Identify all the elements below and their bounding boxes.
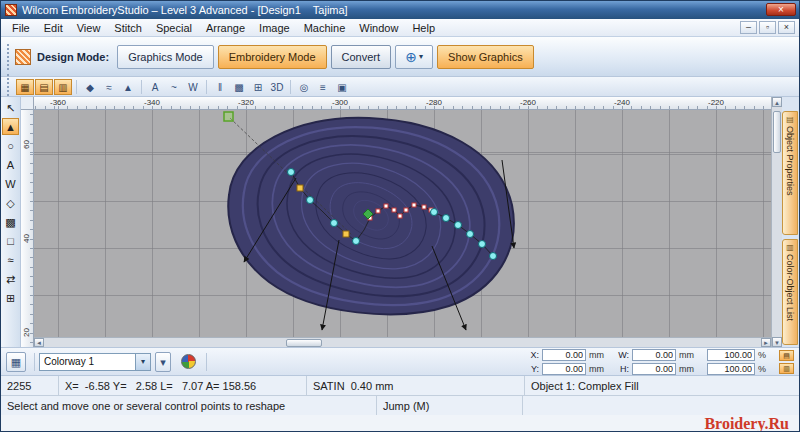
vertical-ruler: 60 40 20	[21, 110, 34, 347]
toolbar-separator	[206, 353, 207, 371]
outline-tool[interactable]: □	[2, 232, 19, 249]
footer-strip: Broidery.Ru	[1, 415, 799, 432]
mdi-window-controls: – ▫ ×	[740, 21, 799, 34]
tab-color-object-list[interactable]: ▥ Color-Object List	[782, 239, 798, 345]
x-unit: mm	[589, 350, 605, 360]
3d-view-icon[interactable]: 3D	[268, 79, 286, 95]
status-bar: 2255 X= -6.58 Y= 2.58 L= 7.07 A= 158.56 …	[1, 375, 799, 395]
triple-run-icon[interactable]: ▲	[119, 79, 137, 95]
toolbar-separator	[141, 80, 142, 94]
pattern-stamp-icon[interactable]: ▩	[230, 79, 248, 95]
x-label: X:	[527, 350, 539, 360]
width-field[interactable]	[632, 349, 676, 361]
scale-y-field[interactable]	[707, 363, 755, 375]
mixing-palette-icon[interactable]	[181, 354, 196, 369]
y-field[interactable]	[542, 363, 586, 375]
selection-handle[interactable]	[224, 112, 233, 121]
tab-label: Color-Object List	[785, 254, 795, 321]
tab-object-properties[interactable]: ▤ Object Properties	[782, 111, 798, 235]
run-tool[interactable]: ≈	[2, 251, 19, 268]
lettering-icon[interactable]: A	[146, 79, 164, 95]
scroll-left-icon[interactable]: ◄	[34, 338, 44, 347]
run-stitch-icon[interactable]: ≈	[100, 79, 118, 95]
mdi-close-button[interactable]: ×	[778, 21, 795, 34]
satin-fill-icon[interactable]: ▤	[35, 79, 53, 95]
design-view-icon[interactable]: ▣	[333, 79, 351, 95]
column-stitch-icon[interactable]: ‖	[211, 79, 229, 95]
complex-fill-tool[interactable]: ▩	[2, 213, 19, 230]
target-view-icon[interactable]: ◎	[295, 79, 313, 95]
scale-y-unit: %	[758, 364, 774, 374]
mdi-minimize-button[interactable]: –	[740, 21, 757, 34]
hint-text: Select and move one or several control p…	[1, 396, 377, 415]
hoop-globe-button[interactable]: ⊕ ▾	[395, 45, 433, 69]
graphics-mode-button[interactable]: Graphics Mode	[117, 45, 214, 69]
shapes-tool[interactable]: ◇	[2, 194, 19, 211]
ruler-label: -320	[238, 98, 254, 107]
menu-view[interactable]: View	[70, 21, 108, 35]
grid-view-icon[interactable]: ⊞	[249, 79, 267, 95]
chevron-down-icon: ▾	[419, 52, 423, 61]
ruler-label: -360	[50, 98, 66, 107]
width-label: W:	[617, 350, 629, 360]
globe-icon: ⊕	[405, 50, 417, 64]
panel-toggle-top[interactable]: ▤	[779, 350, 794, 361]
horizontal-scrollbar[interactable]: ◄ ►	[34, 337, 771, 347]
menu-help[interactable]: Help	[405, 21, 442, 35]
stitch-pattern-icon	[15, 49, 31, 65]
ruler-label: -260	[520, 98, 536, 107]
grid-tool[interactable]: ⊞	[2, 289, 19, 306]
toolbar-grip	[7, 44, 10, 70]
toolbar-grip	[7, 74, 10, 100]
menu-machine[interactable]: Machine	[297, 21, 353, 35]
monogram-tool[interactable]: W	[2, 175, 19, 192]
menu-special[interactable]: Special	[149, 21, 199, 35]
menu-image[interactable]: Image	[252, 21, 297, 35]
show-graphics-button[interactable]: Show Graphics	[437, 45, 534, 69]
panel-toggle-bottom[interactable]: ▥	[779, 363, 794, 374]
backstitch-icon[interactable]: ~	[165, 79, 183, 95]
convert-button[interactable]: Convert	[331, 45, 392, 69]
lettering-tool[interactable]: A	[2, 156, 19, 173]
title-bar[interactable]: Wilcom EmbroideryStudio – Level 3 Advanc…	[1, 1, 799, 19]
ruler-label: 40	[22, 234, 31, 243]
list-view-icon[interactable]: ≡	[314, 79, 332, 95]
menu-edit[interactable]: Edit	[37, 21, 70, 35]
stitch-toolbar: ▦ ▤ ▥ ◆ ≈ ▲ A ~ W ‖ ▩ ⊞ 3D ◎ ≡ ▣	[1, 77, 799, 97]
colorway-menu-button[interactable]: ▾	[155, 352, 171, 372]
vertical-scrollbar[interactable]: ▲ ▼	[771, 97, 782, 347]
contour-fill-icon[interactable]: ◆	[81, 79, 99, 95]
colorway-select[interactable]: Colorway 1 ▾	[39, 353, 151, 371]
menu-window[interactable]: Window	[352, 21, 405, 35]
height-field[interactable]	[632, 363, 676, 375]
embroidery-mode-button[interactable]: Embroidery Mode	[218, 45, 327, 69]
tatami-fill-icon[interactable]: ▦	[16, 79, 34, 95]
reshape-tool[interactable]: ▲	[2, 118, 19, 135]
menu-file[interactable]: File	[5, 21, 37, 35]
scale-x-field[interactable]	[707, 349, 755, 361]
menu-arrange[interactable]: Arrange	[199, 21, 252, 35]
scroll-right-icon[interactable]: ►	[761, 338, 771, 347]
chevron-down-icon[interactable]: ▾	[135, 354, 150, 370]
x-field[interactable]	[542, 349, 586, 361]
mirror-merge-tool[interactable]: ⇄	[2, 270, 19, 287]
close-button[interactable]: ×	[766, 3, 796, 16]
menu-stitch[interactable]: Stitch	[107, 21, 149, 35]
thread-colors-button[interactable]: ▦	[6, 352, 26, 372]
mdi-restore-button[interactable]: ▫	[759, 21, 776, 34]
monogram-icon[interactable]: W	[184, 79, 202, 95]
window-title: Wilcom EmbroideryStudio – Level 3 Advanc…	[22, 4, 348, 16]
select-tool[interactable]: ↖	[2, 99, 19, 116]
motif-fill-icon[interactable]: ▥	[54, 79, 72, 95]
panel-toggle-buttons: ▤ ▥	[779, 350, 794, 374]
design-canvas[interactable]: ◄ ►	[34, 110, 771, 347]
horizontal-scroll-thumb[interactable]	[286, 339, 322, 347]
height-label: H:	[617, 364, 629, 374]
ruler-corner	[21, 97, 34, 110]
machine-function: Jump (M)	[377, 396, 523, 415]
scroll-down-icon[interactable]: ▼	[772, 337, 782, 347]
vertical-scroll-thumb[interactable]	[773, 111, 781, 153]
ruler-label: -300	[332, 98, 348, 107]
zoom-tool[interactable]: ○	[2, 137, 19, 154]
scroll-up-icon[interactable]: ▲	[772, 97, 782, 107]
